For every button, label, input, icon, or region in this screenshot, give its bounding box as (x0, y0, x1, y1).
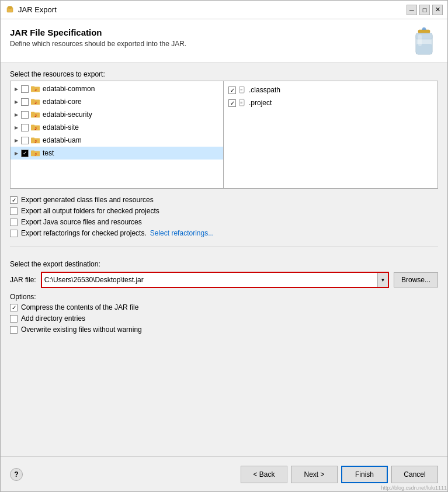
svg-rect-16 (31, 112, 34, 114)
expand-arrow: ▶ (13, 150, 20, 157)
resources-section: Select the resources to export: ▶ J edat… (10, 70, 438, 189)
jar-file-dropdown[interactable]: ▼ (377, 273, 388, 287)
svg-text:J: J (34, 88, 37, 92)
jar-export-window: JAR Export ─ □ ✕ JAR File Specification … (0, 0, 448, 492)
page-description: Define which resources should be exporte… (10, 40, 186, 48)
finish-button[interactable]: Finish (341, 466, 388, 483)
jar-options: Options: Compress the contents of the JA… (10, 293, 438, 334)
export-source-checkbox[interactable] (10, 219, 18, 226)
export-options: Export generated class files and resourc… (10, 196, 438, 237)
svg-rect-7 (418, 34, 422, 46)
file-icon: ☰ (238, 99, 246, 107)
item-label: edatabi-site (43, 123, 79, 131)
item-checkbox[interactable] (21, 124, 29, 131)
help-button[interactable]: ? (10, 468, 23, 481)
svg-text:J: J (34, 139, 37, 143)
destination-row: JAR file: ▼ Browse... (10, 272, 438, 288)
item-label: edatabi-uam (43, 136, 82, 144)
overwrite-checkbox[interactable] (10, 326, 18, 334)
maximize-button[interactable]: □ (419, 5, 430, 15)
minimize-button[interactable]: ─ (407, 5, 417, 15)
watermark: http://blog.csdn.net/lulu1111 (381, 485, 447, 491)
tree-item-edatabi-uam[interactable]: ▶ J edatabi-uam (11, 134, 223, 147)
right-pane[interactable]: ✓ ☰ .classpath ✓ ☰ .project (224, 81, 437, 188)
item-label: edatabi-security (43, 110, 92, 119)
footer: ? < Back Next > Finish Cancel (1, 456, 447, 491)
right-item-classpath[interactable]: ✓ ☰ .classpath (227, 84, 434, 96)
folder-icon: J (31, 136, 40, 144)
item-checkbox[interactable] (21, 137, 29, 144)
svg-text:J: J (34, 152, 37, 156)
directory-label: Add directory entries (21, 314, 85, 323)
expand-arrow: ▶ (13, 111, 20, 118)
destination-section-label: Select the export destination: (10, 260, 438, 268)
tree-item-edatabi-security[interactable]: ▶ J edatabi-security (11, 108, 223, 121)
destination-section: Select the export destination: JAR file:… (10, 260, 438, 288)
item-checkbox[interactable] (21, 111, 29, 119)
item-checkbox[interactable] (21, 98, 29, 106)
expand-arrow: ▶ (13, 98, 20, 105)
folder-icon: J (31, 110, 40, 119)
overwrite-label: Overwrite existing files without warning (21, 325, 142, 334)
compress-checkbox[interactable] (10, 304, 18, 311)
back-button[interactable]: < Back (241, 466, 287, 483)
footer-left: ? (10, 468, 23, 481)
export-class-checkbox[interactable] (10, 196, 18, 204)
resources-tree: ▶ J edatabi-common ▶ (10, 81, 438, 189)
svg-text:J: J (34, 113, 37, 117)
option-row-output: Export all output folders for checked pr… (10, 207, 438, 215)
jar-icon (410, 27, 438, 56)
svg-text:J: J (34, 126, 37, 130)
footer-right: < Back Next > Finish Cancel (241, 466, 438, 483)
jar-file-label: JAR file: (10, 276, 36, 284)
export-output-checkbox[interactable] (10, 207, 18, 215)
tree-item-edatabi-core[interactable]: ▶ J edatabi-core (11, 95, 223, 108)
folder-icon: J (31, 85, 40, 93)
item-checkbox[interactable]: ✓ (21, 150, 29, 157)
tree-item-edatabi-common[interactable]: ▶ J edatabi-common (11, 82, 223, 95)
jar-file-input[interactable] (42, 273, 377, 287)
option-row-refactoring: Export refactorings for checked projects… (10, 229, 438, 237)
folder-icon: J (31, 98, 40, 106)
svg-rect-3 (418, 30, 430, 33)
option-row-compress: Compress the contents of the JAR file (10, 303, 438, 311)
folder-icon: J (31, 149, 40, 157)
item-label: .classpath (249, 86, 280, 94)
svg-rect-10 (31, 86, 34, 88)
header-section: JAR File Specification Define which reso… (1, 19, 447, 63)
resources-label: Select the resources to export: (10, 70, 438, 78)
right-item-project[interactable]: ✓ ☰ .project (227, 96, 434, 109)
separator (10, 247, 438, 247)
export-output-label: Export all output folders for checked pr… (21, 207, 159, 215)
svg-rect-22 (31, 138, 34, 140)
left-pane[interactable]: ▶ J edatabi-common ▶ (11, 81, 224, 188)
option-row-directory: Add directory entries (10, 314, 438, 323)
jar-options-label: Options: (10, 293, 438, 301)
item-checkbox[interactable]: ✓ (228, 86, 236, 94)
tree-item-edatabi-site[interactable]: ▶ J edatabi-site (11, 121, 223, 134)
export-refactoring-checkbox[interactable] (10, 230, 18, 237)
expand-arrow: ▶ (13, 124, 20, 131)
compress-label: Compress the contents of the JAR file (21, 303, 138, 311)
svg-rect-25 (31, 151, 34, 153)
item-checkbox[interactable]: ✓ (228, 99, 236, 107)
page-title: JAR File Specification (10, 27, 186, 37)
next-button[interactable]: Next > (291, 466, 338, 483)
expand-arrow: ▶ (13, 137, 20, 144)
item-checkbox[interactable] (21, 85, 29, 93)
folder-icon: J (31, 123, 40, 131)
jar-file-input-wrap: ▼ (41, 272, 389, 288)
tree-item-test[interactable]: ▶ ✓ J test (11, 147, 223, 160)
browse-button[interactable]: Browse... (394, 272, 438, 287)
close-button[interactable]: ✕ (432, 5, 443, 15)
cancel-button[interactable]: Cancel (391, 466, 438, 483)
select-refactorings-link[interactable]: Select refactorings... (150, 229, 214, 237)
file-icon: ☰ (238, 86, 246, 94)
option-row-overwrite: Overwrite existing files without warning (10, 325, 438, 334)
window-title: JAR Export (18, 5, 57, 14)
expand-arrow: ▶ (13, 85, 20, 92)
directory-checkbox[interactable] (10, 315, 18, 323)
title-bar: JAR Export ─ □ ✕ (1, 1, 447, 19)
svg-rect-19 (31, 125, 34, 127)
export-class-label: Export generated class files and resourc… (21, 196, 154, 204)
